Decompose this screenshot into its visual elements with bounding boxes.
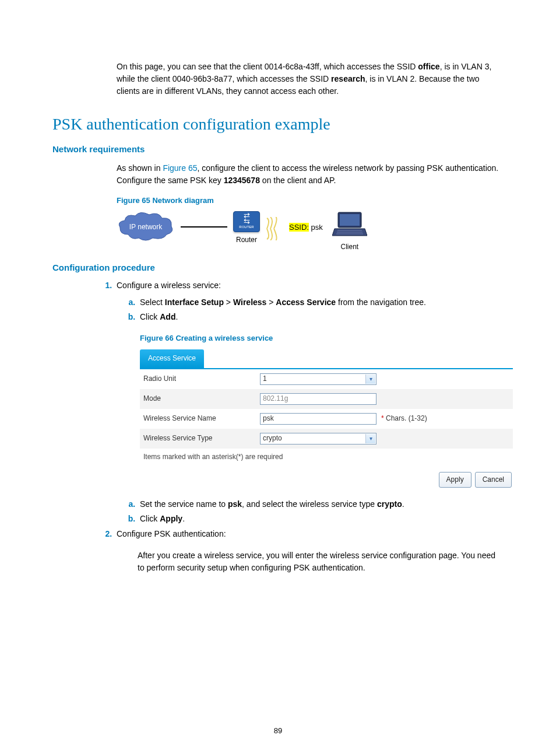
nav-access-service: Access Service — [276, 298, 336, 307]
mode-value: 802.11g — [263, 393, 288, 405]
value-crypto: crypto — [377, 499, 402, 509]
ssid-office: office — [418, 62, 439, 71]
text: Click — [140, 514, 160, 523]
text: On this page, you can see that the clien… — [117, 62, 418, 71]
cancel-button[interactable]: Cancel — [475, 472, 512, 488]
figure-66-caption: Figure 66 Creating a wireless service — [140, 331, 504, 345]
svg-rect-1 — [340, 214, 360, 226]
service-type-value: crypto — [263, 432, 282, 445]
service-name-input[interactable]: psk — [260, 413, 376, 425]
nav-wireless: Wireless — [233, 298, 266, 307]
ssid-label: SSID: psk — [289, 222, 323, 233]
ip-network-cloud: IP network — [117, 211, 175, 243]
label-service-name: Wireless Service Name — [143, 412, 260, 425]
service-type-select[interactable]: crypto ▾ — [260, 433, 376, 444]
row-service-type: Wireless Service Type crypto ▾ — [140, 429, 513, 449]
step-1b: Click Add. Figure 66 Creating a wireless… — [138, 310, 504, 488]
text: As shown in — [117, 163, 163, 173]
router-small-label: ROUTER — [239, 225, 254, 230]
cloud-label: IP network — [117, 222, 175, 232]
step-1-text: Configure a wireless service: — [117, 281, 221, 290]
text: Select — [140, 298, 165, 307]
router-caption: Router — [233, 235, 260, 245]
row-service-name: Wireless Service Name psk * Chars. (1-32… — [140, 409, 513, 429]
text: > — [266, 298, 276, 307]
figure-link[interactable]: Figure 65 — [163, 163, 197, 173]
apply-label: Apply — [160, 514, 182, 523]
figure-65-caption: Figure 65 Network diagram — [117, 195, 504, 206]
client: Client — [332, 211, 367, 252]
procedure-list: Configure a wireless service: Select Int… — [93, 278, 504, 574]
page-number: 89 — [0, 726, 556, 735]
ssid-key: SSID: — [289, 223, 309, 232]
step-2-text: Configure PSK authentication: — [117, 529, 226, 538]
section-network-requirements: Network requirements — [52, 144, 504, 154]
access-service-form: Access Service Radio Unit 1 ▾ — [140, 349, 513, 488]
label-service-type: Wireless Service Type — [143, 432, 260, 445]
wireless-waves-icon — [266, 217, 283, 244]
radio-unit-value: 1 — [263, 373, 267, 386]
text: from the navigation tree. — [336, 298, 426, 307]
link-line — [181, 226, 227, 228]
ssid-value: psk — [309, 223, 323, 232]
tab-access-service[interactable]: Access Service — [140, 349, 204, 368]
chevron-down-icon: ▾ — [365, 434, 375, 443]
row-mode: Mode 802.11g — [140, 389, 513, 409]
service-name-value: psk — [263, 412, 274, 425]
value-psk: psk — [228, 499, 242, 509]
hint-text: Chars. (1-32) — [384, 414, 427, 422]
client-caption: Client — [332, 242, 367, 252]
intro-paragraph: On this page, you can see that the clien… — [117, 61, 504, 97]
psk-key: 12345678 — [224, 176, 260, 185]
step-1c: Set the service name to psk, and select … — [138, 497, 504, 512]
ssid-research: research — [331, 74, 365, 83]
text: . — [182, 514, 185, 523]
step-2: Configure PSK authentication: After you … — [114, 527, 504, 574]
page-title: PSK authentication configuration example — [52, 115, 504, 134]
apply-button[interactable]: Apply — [439, 472, 471, 488]
text: Click — [140, 312, 160, 321]
radio-unit-select[interactable]: 1 ▾ — [260, 373, 376, 385]
step-2-description: After you create a wireless service, you… — [138, 550, 504, 574]
step-1d: Click Apply. — [138, 512, 504, 526]
text: > — [224, 298, 233, 307]
text: , and select the wireless service type — [242, 499, 377, 509]
label-mode: Mode — [143, 393, 260, 405]
step-1: Configure a wireless service: Select Int… — [114, 278, 504, 527]
laptop-icon — [332, 211, 367, 237]
mode-select[interactable]: 802.11g — [260, 393, 376, 405]
router-icon: ⇄⇆ ROUTER — [233, 211, 260, 232]
requirements-paragraph: As shown in Figure 65, configure the cli… — [117, 162, 504, 187]
label-radio-unit: Radio Unit — [143, 373, 260, 386]
nav-interface-setup: Interface Setup — [165, 298, 224, 307]
text: . — [175, 312, 178, 321]
add-label: Add — [160, 312, 175, 321]
required-note: Items marked with an asterisk(*) are req… — [140, 449, 513, 464]
chevron-down-icon: ▾ — [365, 374, 375, 384]
section-configuration-procedure: Configuration procedure — [52, 262, 504, 272]
service-name-hint: * Chars. (1-32) — [381, 412, 427, 425]
text: Set the service name to — [140, 499, 228, 509]
step-1a: Select Interface Setup > Wireless > Acce… — [138, 295, 504, 310]
network-diagram: IP network ⇄⇆ ROUTER Router — [117, 211, 504, 252]
router: ⇄⇆ ROUTER Router — [233, 211, 260, 245]
row-radio-unit: Radio Unit 1 ▾ — [140, 369, 513, 389]
text: on the client and AP. — [260, 176, 336, 185]
text: . — [402, 499, 404, 509]
